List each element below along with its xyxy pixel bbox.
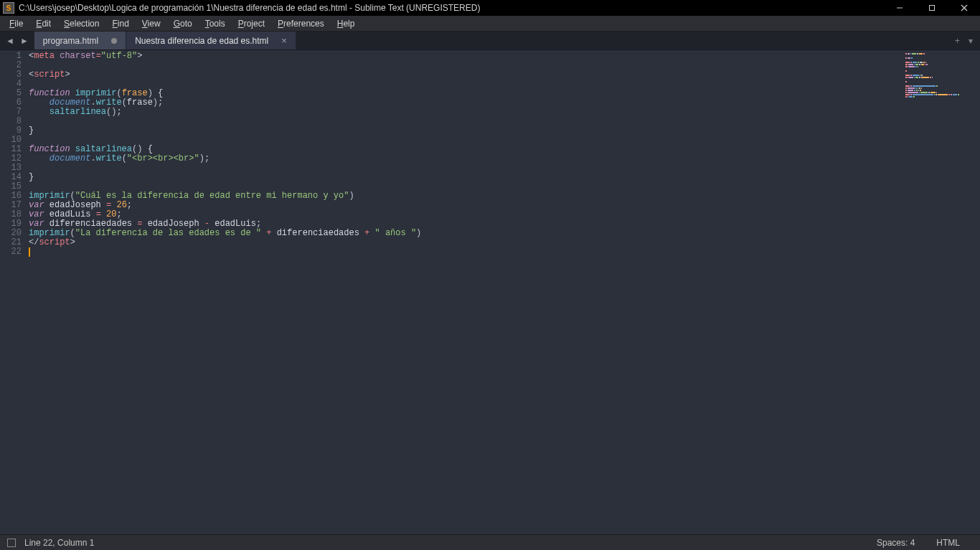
tab-dirty-icon [111, 38, 117, 44]
code-line[interactable] [29, 117, 901, 126]
code-line[interactable]: var edadJoseph = 26; [29, 201, 901, 210]
tab-label: programa.html [43, 36, 98, 46]
new-tab-button[interactable]: + [955, 36, 960, 46]
code-line[interactable]: document.write("<br><br><br>"); [29, 154, 901, 163]
menu-help[interactable]: Help [331, 17, 362, 30]
panel-switcher-icon[interactable] [7, 539, 16, 547]
close-button[interactable] [948, 0, 980, 16]
menubar: FileEditSelectionFindViewGotoToolsProjec… [0, 16, 980, 32]
menu-selection[interactable]: Selection [57, 17, 105, 30]
tab-close-icon[interactable]: × [281, 35, 287, 46]
tab[interactable]: programa.html [34, 32, 126, 49]
code-line[interactable]: } [29, 173, 901, 182]
minimap[interactable] [901, 50, 980, 534]
code-line[interactable] [29, 136, 901, 145]
editor-area[interactable]: 12345678910111213141516171819202122 <met… [0, 50, 980, 534]
code-line[interactable]: imprimir("Cuál es la diferencia de edad … [29, 191, 901, 201]
window-title: C:\Users\josep\Desktop\Logica de program… [19, 3, 883, 13]
code-line[interactable]: <script> [29, 70, 901, 80]
tab-menu-icon[interactable]: ▾ [969, 36, 973, 46]
syntax-setting[interactable]: HTML [936, 538, 960, 548]
code-line[interactable]: document.write(frase); [29, 98, 901, 108]
code-line[interactable]: saltarlinea(); [29, 108, 901, 117]
tab-nav-next-icon[interactable]: ► [20, 36, 29, 46]
code-content[interactable]: <meta charset="utf-8"><script>function i… [29, 50, 901, 534]
code-line[interactable] [29, 163, 901, 173]
code-line[interactable] [29, 247, 901, 257]
code-line[interactable]: } [29, 126, 901, 136]
menu-find[interactable]: Find [105, 17, 135, 30]
code-line[interactable]: </script> [29, 238, 901, 247]
tab-label: Nuestra diferencia de edad es.html [135, 36, 268, 46]
indentation-setting[interactable]: Spaces: 4 [877, 538, 915, 548]
minimize-button[interactable] [883, 0, 915, 16]
menu-edit[interactable]: Edit [29, 17, 57, 30]
window-titlebar: S C:\Users\josep\Desktop\Logica de progr… [0, 0, 980, 16]
code-line[interactable]: imprimir("La diferencia de las edades es… [29, 229, 901, 238]
maximize-button[interactable] [915, 0, 948, 16]
code-line[interactable]: <meta charset="utf-8"> [29, 52, 901, 61]
menu-file[interactable]: File [3, 17, 29, 30]
line-number: 22 [4, 247, 22, 257]
app-icon: S [3, 2, 14, 14]
status-bar: Line 22, Column 1 Spaces: 4 HTML [0, 534, 980, 550]
menu-tools[interactable]: Tools [199, 17, 232, 30]
menu-project[interactable]: Project [232, 17, 271, 30]
menu-view[interactable]: View [136, 17, 167, 30]
tab-bar: ◄ ► programa.htmlNuestra diferencia de e… [0, 32, 980, 50]
code-line[interactable] [29, 61, 901, 70]
tab-nav-prev-icon[interactable]: ◄ [6, 36, 14, 46]
svg-rect-1 [929, 6, 934, 11]
tab[interactable]: Nuestra diferencia de edad es.html× [126, 32, 296, 49]
text-cursor [29, 247, 30, 257]
menu-goto[interactable]: Goto [167, 17, 199, 30]
cursor-position[interactable]: Line 22, Column 1 [24, 538, 94, 548]
line-number-gutter: 12345678910111213141516171819202122 [0, 50, 29, 534]
menu-preferences[interactable]: Preferences [271, 17, 331, 30]
